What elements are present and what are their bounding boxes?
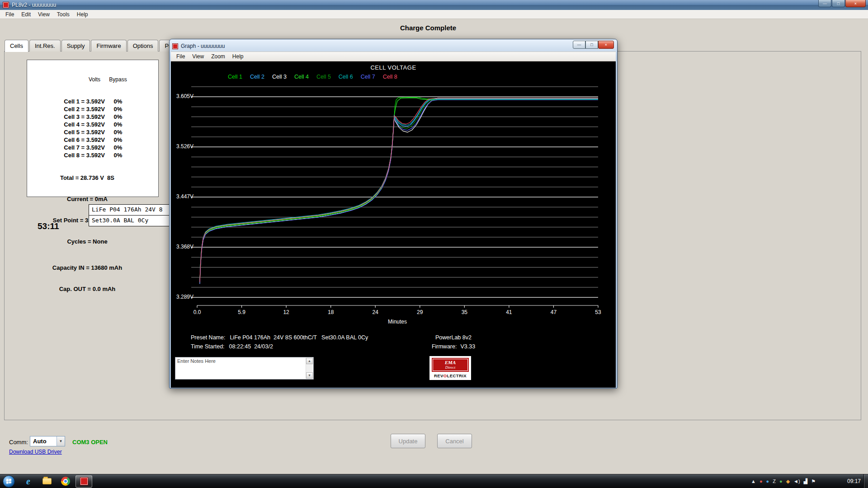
tab-options[interactable]: Options bbox=[127, 40, 159, 52]
cycles-readout: Cycles = None bbox=[31, 238, 144, 245]
comm-port-select[interactable]: Auto ▼ bbox=[30, 436, 65, 446]
tray-z-app-icon[interactable]: Z bbox=[773, 479, 776, 484]
main-menu-view[interactable]: View bbox=[34, 10, 53, 19]
main-menu-tools[interactable]: Tools bbox=[53, 10, 73, 19]
legend-cell-4: Cell 4 bbox=[294, 74, 309, 80]
show-desktop-button[interactable] bbox=[863, 474, 868, 488]
graph-menu-view[interactable]: View bbox=[189, 52, 208, 61]
graph-maximize-button[interactable]: □ bbox=[585, 41, 598, 49]
comm-label: Comm: bbox=[9, 439, 28, 446]
cell-voltage-list: Cell 1 = 3.592V0%Cell 2 = 3.592V0%Cell 3… bbox=[27, 98, 158, 159]
taskbar-windows-explorer[interactable] bbox=[38, 475, 55, 488]
download-usb-driver-link[interactable]: Download USB Driver bbox=[9, 449, 62, 455]
cell-bypass: 0% bbox=[105, 105, 131, 113]
close-button[interactable]: × bbox=[845, 0, 866, 7]
preset-name-value: LiFe P04 176Ah 24V 8S 600thC/T Set30.0A … bbox=[230, 334, 368, 341]
graph-menu-zoom[interactable]: Zoom bbox=[208, 52, 229, 61]
main-menubar: FileEditViewToolsHelp bbox=[0, 10, 868, 19]
tab-supply[interactable]: Supply bbox=[61, 40, 90, 52]
notes-scrollbar[interactable]: ▲ ▼ bbox=[306, 358, 313, 379]
taskbar-pl8-app[interactable] bbox=[75, 475, 92, 488]
graph-menu-file[interactable]: File bbox=[173, 52, 189, 61]
start-button[interactable] bbox=[3, 475, 15, 488]
cell-row: Cell 2 = 3.592V0% bbox=[27, 105, 158, 113]
scroll-up-icon[interactable]: ▲ bbox=[306, 358, 313, 364]
firmware-label: Firmware: bbox=[432, 343, 457, 350]
notes-box: ▲ ▼ bbox=[175, 357, 314, 380]
main-menu-help[interactable]: Help bbox=[73, 10, 92, 19]
cell-voltage: Cell 7 = 3.592V bbox=[27, 144, 105, 151]
total-voltage: Total = 28.736 V 8S bbox=[31, 174, 144, 182]
legend-cell-5: Cell 5 bbox=[316, 74, 331, 80]
volts-column-header: Volts bbox=[27, 76, 105, 84]
tab-int-res[interactable]: Int.Res. bbox=[29, 40, 61, 52]
taskbar: e ▲●●Z●◆◄)▟⚑ 09:17 bbox=[0, 474, 868, 488]
pl8-app-icon bbox=[80, 477, 88, 485]
tab-strip: CellsInt.Res.SupplyFirmwareOptionsPreset… bbox=[5, 40, 191, 52]
cell-bypass: 0% bbox=[105, 98, 131, 105]
status-heading: Charge Complete bbox=[400, 24, 456, 32]
tray-green-app-icon[interactable]: ● bbox=[779, 479, 783, 484]
cell-bypass: 0% bbox=[105, 128, 131, 136]
capacity-in-readout: Capacity IN = 13680 mAh bbox=[31, 264, 144, 272]
notes-input[interactable] bbox=[175, 357, 305, 378]
minimize-button[interactable]: — bbox=[818, 0, 831, 7]
cell-row: Cell 7 = 3.592V0% bbox=[27, 144, 158, 151]
taskbar-chrome[interactable] bbox=[57, 475, 74, 488]
cell-row: Cell 8 = 3.592V0% bbox=[27, 151, 158, 159]
taskbar-clock[interactable]: 09:17 bbox=[847, 474, 861, 488]
maximize-button[interactable]: □ bbox=[832, 0, 845, 7]
cell-voltage: Cell 3 = 3.592V bbox=[27, 113, 105, 121]
graph-menu-help[interactable]: Help bbox=[229, 52, 247, 61]
main-window-title: PL8v2 - uuuuuuuu bbox=[12, 2, 56, 8]
tab-firmware[interactable]: Firmware bbox=[91, 40, 126, 52]
main-menu-edit[interactable]: Edit bbox=[18, 10, 34, 19]
tray-orange-app-icon[interactable]: ◆ bbox=[786, 479, 790, 484]
chart-canvas: CELL VOLTAGE Cell 1Cell 2Cell 3Cell 4Cel… bbox=[171, 61, 616, 388]
legend-cell-3: Cell 3 bbox=[272, 74, 287, 80]
taskbar-internet-explorer[interactable]: e bbox=[20, 475, 37, 488]
brand-logos: EMA Direct REVOLECTRIX bbox=[429, 356, 471, 380]
graph-window: Graph - uuuuuuuu — □ × FileViewZoomHelp … bbox=[169, 39, 618, 389]
graph-window-controls: — □ × bbox=[573, 41, 614, 49]
tray-blue-app-icon[interactable]: ● bbox=[766, 479, 769, 484]
y-tick-label: 3.526V bbox=[171, 143, 193, 150]
folder-icon bbox=[42, 478, 52, 484]
graph-close-button[interactable]: × bbox=[598, 41, 614, 49]
tab-cells[interactable]: Cells bbox=[5, 40, 28, 52]
action-center-flag-icon[interactable]: ⚑ bbox=[811, 479, 816, 484]
cell-voltage: Cell 5 = 3.592V bbox=[27, 128, 105, 136]
y-tick-label: 3.368V bbox=[171, 244, 193, 250]
comm-port-selected-value: Auto bbox=[30, 438, 57, 445]
graph-menubar: FileViewZoomHelp bbox=[171, 52, 616, 61]
cancel-button[interactable]: Cancel bbox=[437, 434, 472, 448]
chevron-down-icon[interactable]: ▼ bbox=[57, 436, 65, 446]
main-menu-file[interactable]: File bbox=[2, 10, 18, 19]
volume-icon[interactable]: ◄) bbox=[793, 479, 800, 484]
y-tick-label: 3.289V bbox=[171, 294, 193, 300]
network-icon[interactable]: ▟ bbox=[804, 479, 807, 484]
cell-voltage: Cell 2 = 3.592V bbox=[27, 105, 105, 113]
tray-red-app-icon[interactable]: ● bbox=[760, 479, 763, 484]
x-tick-label: 0.0 bbox=[193, 309, 201, 315]
ema-direct-logo: EMA Direct bbox=[433, 359, 468, 371]
graph-titlebar[interactable]: Graph - uuuuuuuu — □ × bbox=[171, 41, 616, 52]
x-axis-label: Minutes bbox=[388, 319, 407, 325]
cell-row: Cell 6 = 3.592V0% bbox=[27, 136, 158, 144]
x-tick-label: 5.9 bbox=[238, 309, 245, 315]
graph-minimize-button[interactable]: — bbox=[573, 41, 585, 49]
legend-cell-2: Cell 2 bbox=[250, 74, 264, 80]
legend-cell-1: Cell 1 bbox=[228, 74, 242, 80]
preset-name-label: Preset Name: bbox=[191, 334, 225, 341]
scroll-down-icon[interactable]: ▼ bbox=[306, 372, 313, 379]
show-hidden-icons-icon[interactable]: ▲ bbox=[751, 479, 756, 484]
x-tick-label: 12 bbox=[283, 309, 289, 315]
firmware-value: V3.33 bbox=[460, 343, 475, 350]
x-tick-label: 47 bbox=[551, 309, 557, 315]
x-tick-label: 29 bbox=[417, 309, 423, 315]
legend-cell-6: Cell 6 bbox=[339, 74, 353, 80]
cell-bypass: 0% bbox=[105, 121, 131, 128]
device-name: PowerLab 8v2 bbox=[413, 334, 494, 341]
update-button[interactable]: Update bbox=[391, 434, 425, 448]
cell-voltage: Cell 6 = 3.592V bbox=[27, 136, 105, 144]
